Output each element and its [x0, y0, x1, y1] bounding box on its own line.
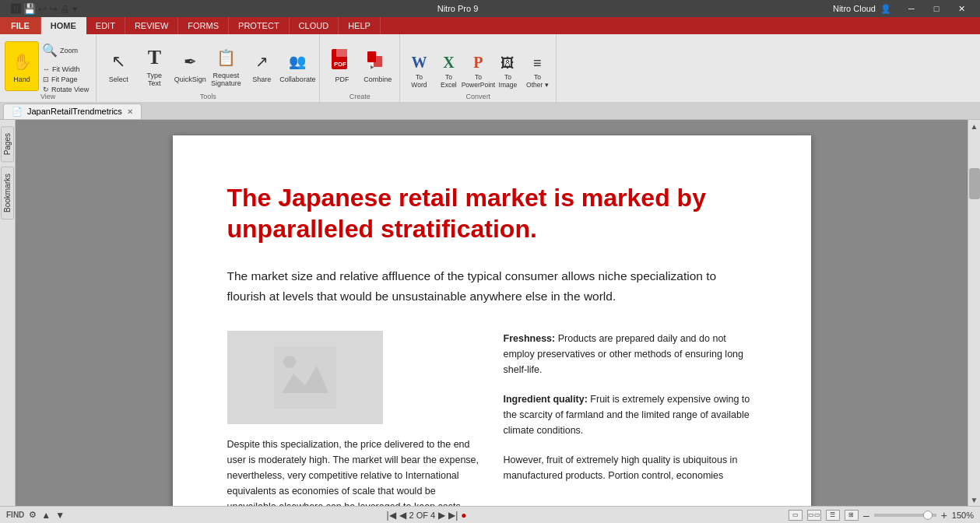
zoom-out-button[interactable]: – — [863, 509, 869, 521]
to-excel-button[interactable]: X ToExcel — [434, 46, 462, 91]
page-info: 2 OF 4 — [409, 511, 436, 520]
sidebar-bookmarks-tab[interactable]: Bookmarks — [1, 167, 14, 219]
tab-edit[interactable]: EDIT — [86, 17, 125, 34]
collaborate-icon: 👥 — [285, 49, 310, 74]
tab-file[interactable]: FILE — [0, 17, 41, 34]
ingredient-heading: Ingredient quality: — [504, 394, 588, 405]
user-icon[interactable]: 👤 — [880, 4, 891, 14]
save-button[interactable]: 💾 — [23, 3, 36, 15]
scroll-thumb[interactable] — [969, 168, 980, 199]
print-button[interactable]: 🖨 — [60, 3, 70, 15]
main-area: Pages Bookmarks The Japanese retail mark… — [0, 120, 980, 506]
scroll-down-button[interactable]: ▼ — [968, 493, 981, 506]
find-next-button[interactable]: ▼ — [55, 510, 65, 521]
to-powerpoint-button[interactable]: P ToPowerPoint — [464, 46, 492, 91]
prev-page-button[interactable]: ◀ — [399, 510, 406, 521]
combine-label: Combine — [364, 75, 392, 83]
last-page-button[interactable]: ▶| — [448, 510, 458, 521]
ribbon-toolbar: ✋ Hand 🔍 Zoom ↔ Fit Width ⊡ Fit Page — [0, 34, 980, 103]
however-text: However, fruit of extremely high quality… — [504, 452, 757, 483]
app-icon: 🅽 — [11, 3, 21, 15]
scroll-view-button[interactable]: ☰ — [826, 510, 840, 521]
zoom-thumb[interactable] — [923, 511, 933, 520]
type-text-label: TypeText — [147, 72, 163, 87]
hand-label: Hand — [13, 75, 30, 83]
quick-access-toolbar: 🅽 💾 ↩ ↪ 🖨 ▾ — [6, 3, 83, 15]
tab-home[interactable]: HOME — [41, 17, 86, 34]
sidebar-pages-tab[interactable]: Pages — [1, 126, 14, 162]
dual-page-view-button[interactable]: ▭▭ — [807, 510, 821, 521]
to-word-button[interactable]: W ToWord — [405, 46, 433, 91]
collaborate-button[interactable]: 👥 Collaborate — [280, 41, 314, 91]
pdf-button[interactable]: PDF PDF — [325, 41, 359, 91]
tools-group: ↖ Select T TypeText ✒ QuickSign 📋 Reques… — [97, 34, 320, 102]
share-label: Share — [252, 75, 271, 83]
create-buttons: PDF PDF ▶ Combine — [325, 37, 395, 91]
to-other-label: ToOther ▾ — [526, 73, 549, 89]
svg-point-7 — [283, 356, 296, 368]
close-button[interactable]: ✕ — [949, 0, 974, 17]
combine-button[interactable]: ▶ Combine — [360, 41, 395, 91]
zoom-label: Zoom — [60, 47, 78, 54]
window-controls: ─ □ ✕ — [899, 0, 974, 17]
type-text-button[interactable]: T TypeText — [137, 41, 171, 91]
zoom-button[interactable]: 🔍 Zoom — [40, 38, 79, 63]
fit-width-icon: ↔ — [43, 65, 50, 73]
undo-button[interactable]: ↩ — [38, 3, 47, 15]
statusbar-left: FIND ⚙ ▲ ▼ — [6, 510, 65, 521]
ingredient-text: Ingredient quality: Fruit is extremely e… — [504, 391, 757, 438]
find-settings-icon[interactable]: ⚙ — [29, 510, 37, 520]
first-page-button[interactable]: |◀ — [386, 510, 395, 521]
powerpoint-icon: P — [473, 54, 483, 72]
hand-tool-button[interactable]: ✋ Hand — [5, 41, 39, 91]
fit-width-button[interactable]: ↔ Fit Width — [40, 65, 91, 74]
dropdown-arrow[interactable]: ▾ — [72, 3, 78, 15]
svg-rect-1 — [336, 49, 347, 57]
tab-protect[interactable]: PROTECT — [229, 17, 290, 34]
tools-group-label: Tools — [101, 91, 314, 100]
request-sig-icon: 📋 — [213, 45, 238, 70]
next-page-button[interactable]: ▶ — [438, 510, 445, 521]
tools-buttons: ↖ Select T TypeText ✒ QuickSign 📋 Reques… — [101, 37, 314, 91]
vertical-scrollbar[interactable]: ▲ ▼ — [968, 120, 980, 506]
excel-icon: X — [443, 54, 454, 72]
nitro-cloud-label[interactable]: Nitro Cloud — [833, 4, 876, 13]
page-title: The Japanese retail market is marked by … — [227, 182, 757, 244]
minimize-button[interactable]: ─ — [899, 0, 924, 17]
zoom-slider[interactable] — [874, 514, 936, 517]
grid-view-button[interactable]: ⊞ — [845, 510, 859, 521]
pdf-viewer[interactable]: The Japanese retail market is marked by … — [16, 120, 968, 506]
zoom-controls: 🔍 Zoom ↔ Fit Width ⊡ Fit Page ↻ Rotate V… — [40, 41, 91, 91]
find-label: FIND — [6, 511, 24, 519]
create-group: PDF PDF ▶ Combine Create — [320, 34, 400, 102]
single-page-view-button[interactable]: ▭ — [789, 510, 803, 521]
share-button[interactable]: ↗ Share — [244, 41, 279, 91]
document-tab[interactable]: 📄 JapanRetailTrendmetrics ✕ — [3, 104, 142, 119]
redo-button[interactable]: ↪ — [49, 3, 58, 15]
scroll-up-button[interactable]: ▲ — [968, 120, 981, 132]
convert-group: W ToWord X ToExcel P ToPowerPoint 🖼 ToIm… — [400, 34, 557, 102]
to-image-button[interactable]: 🖼 ToImage — [494, 46, 522, 91]
tab-forms[interactable]: FORMS — [178, 17, 229, 34]
quicksign-button[interactable]: ✒ QuickSign — [173, 41, 207, 91]
convert-group-label: Convert — [405, 91, 551, 100]
tab-close-button[interactable]: ✕ — [127, 107, 133, 116]
find-prev-button[interactable]: ▲ — [41, 510, 51, 521]
create-group-label: Create — [325, 91, 395, 100]
select-button[interactable]: ↖ Select — [101, 41, 135, 91]
view-group: ✋ Hand 🔍 Zoom ↔ Fit Width ⊡ Fit Page — [0, 34, 97, 102]
maximize-button[interactable]: □ — [924, 0, 949, 17]
pdf-page: The Japanese retail market is marked by … — [173, 135, 811, 506]
zoom-in-button[interactable]: + — [941, 509, 947, 521]
tab-help[interactable]: HELP — [339, 17, 381, 34]
tab-review[interactable]: REVIEW — [125, 17, 178, 34]
record-button[interactable]: ● — [461, 510, 466, 521]
to-other-button[interactable]: ≡ ToOther ▾ — [523, 46, 551, 91]
tab-cloud[interactable]: CLOUD — [290, 17, 339, 34]
scroll-track[interactable] — [968, 132, 980, 493]
request-signature-button[interactable]: 📋 RequestSignature — [209, 41, 243, 91]
zoom-level: 150% — [952, 511, 974, 520]
convert-buttons: W ToWord X ToExcel P ToPowerPoint 🖼 ToIm… — [405, 46, 551, 91]
tab-icon: 📄 — [12, 107, 23, 117]
fit-page-button[interactable]: ⊡ Fit Page — [40, 75, 91, 84]
